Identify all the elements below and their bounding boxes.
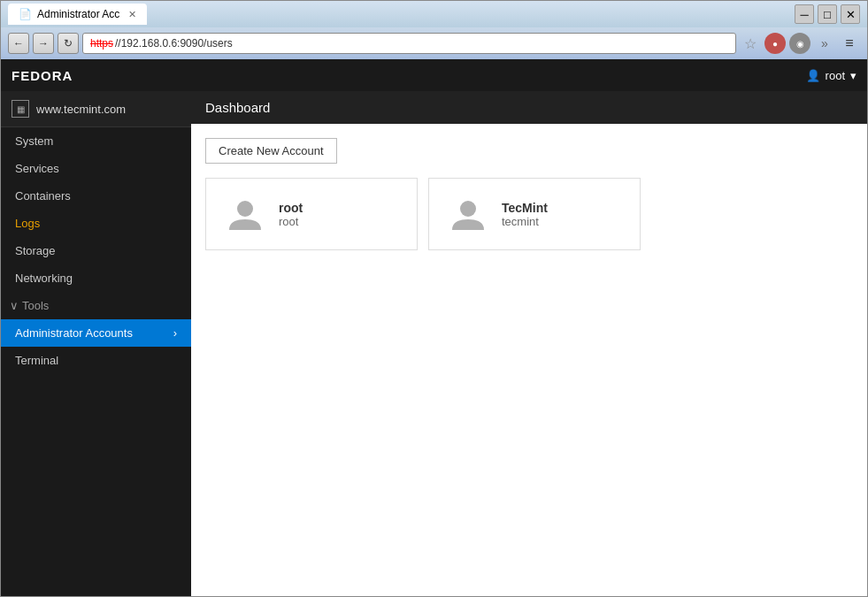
app-brand: FEDORA — [12, 68, 73, 83]
account-display-name-root: root — [279, 201, 303, 215]
account-info-root: root root — [279, 201, 303, 228]
tab-title: Administrator Acc — [37, 8, 119, 20]
avatar-root — [224, 193, 266, 235]
main-header: Dashboard — [191, 91, 867, 124]
create-account-button[interactable]: Create New Account — [205, 138, 337, 164]
dropdown-icon: ▾ — [850, 69, 856, 82]
back-button[interactable]: ← — [8, 33, 29, 54]
more-tools-button[interactable]: » — [814, 33, 835, 54]
forward-button[interactable]: → — [33, 33, 54, 54]
app-body: ▦ www.tecmint.com System Services Contai… — [1, 91, 867, 596]
main-content: Dashboard Create New Account root — [191, 91, 867, 596]
maximize-button[interactable]: □ — [818, 4, 837, 24]
account-info-tecmint: TecMint tecmint — [502, 201, 548, 228]
sidebar-item-storage[interactable]: Storage — [1, 237, 191, 264]
reload-button[interactable]: ↻ — [58, 33, 79, 54]
sidebar-item-networking[interactable]: Networking — [1, 264, 191, 292]
tools-label: Tools — [22, 299, 49, 312]
sidebar-item-admin-accounts[interactable]: Administrator Accounts › — [1, 319, 191, 347]
account-card-tecmint[interactable]: TecMint tecmint — [428, 178, 641, 250]
close-button[interactable]: ✕ — [841, 4, 860, 24]
username-label: root — [826, 69, 845, 82]
tab-icon: 📄 — [19, 8, 32, 20]
main-title: Dashboard — [205, 100, 270, 115]
https-label: https — [90, 37, 113, 50]
sidebar-item-logs[interactable]: Logs — [1, 210, 191, 237]
sidebar-item-terminal[interactable]: Terminal — [1, 347, 191, 374]
sidebar-section-tools: ∨ Tools — [1, 292, 191, 319]
addon-icon: ◉ — [789, 33, 810, 54]
sidebar-item-services[interactable]: Services — [1, 155, 191, 182]
browser-tab[interactable]: 📄 Administrator Acc ✕ — [8, 4, 147, 25]
main-body: Create New Account root root — [191, 124, 867, 264]
browser-navbar: ← → ↻ https //192.168.0.6:9090/users ☆ ●… — [1, 27, 867, 59]
address-url: //192.168.0.6:9090/users — [115, 37, 233, 50]
chevron-right-icon: › — [173, 326, 177, 340]
sidebar-brand-label: www.tecmint.com — [36, 103, 126, 116]
minimize-button[interactable]: ─ — [795, 4, 814, 24]
sidebar-brand: ▦ www.tecmint.com — [1, 91, 191, 127]
app-topbar: FEDORA 👤 root ▾ — [1, 59, 867, 91]
account-username-root: root — [279, 215, 303, 228]
tab-close-button[interactable]: ✕ — [128, 9, 136, 20]
sidebar-item-system[interactable]: System — [1, 127, 191, 155]
account-display-name-tecmint: TecMint — [502, 201, 548, 215]
user-icon: 👤 — [806, 69, 820, 82]
firefox-icon: ● — [764, 33, 786, 54]
app-wrapper: FEDORA 👤 root ▾ ▦ www.tecmint.com System… — [1, 59, 867, 596]
address-bar[interactable]: https //192.168.0.6:9090/users — [82, 33, 736, 54]
brand-icon: ▦ — [12, 100, 29, 118]
svg-point-1 — [460, 201, 476, 217]
user-menu[interactable]: 👤 root ▾ — [806, 69, 856, 82]
browser-window: 📄 Administrator Acc ✕ ─ □ ✕ ← → ↻ https … — [0, 0, 868, 597]
sidebar: ▦ www.tecmint.com System Services Contai… — [1, 91, 191, 596]
admin-accounts-label: Administrator Accounts — [15, 326, 133, 340]
accounts-grid: root root TecMint t — [205, 178, 853, 250]
svg-point-0 — [237, 201, 253, 217]
avatar-tecmint — [447, 193, 489, 235]
account-card-root[interactable]: root root — [205, 178, 418, 250]
menu-button[interactable]: ≡ — [839, 33, 860, 54]
bookmark-button[interactable]: ☆ — [740, 33, 761, 54]
browser-titlebar: 📄 Administrator Acc ✕ ─ □ ✕ — [1, 1, 867, 27]
chevron-down-icon: ∨ — [10, 299, 19, 312]
account-username-tecmint: tecmint — [502, 215, 548, 228]
sidebar-item-containers[interactable]: Containers — [1, 182, 191, 210]
